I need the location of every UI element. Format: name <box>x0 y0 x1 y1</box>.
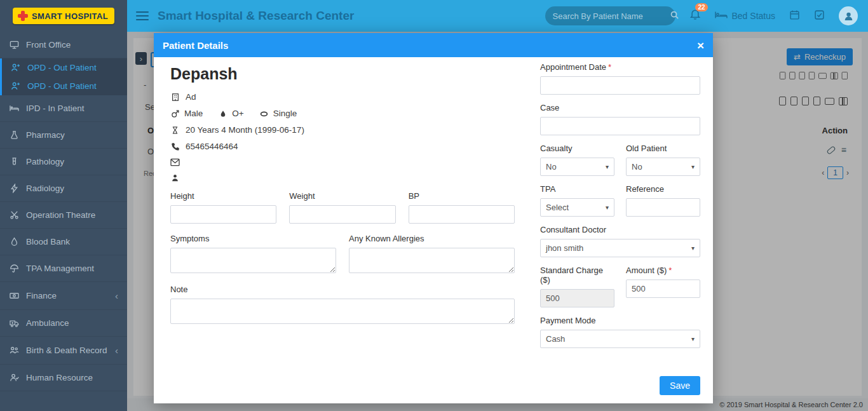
sidebar-item-ipd[interactable]: IPD - In Patient <box>0 95 127 122</box>
allergies-textarea[interactable] <box>349 248 515 273</box>
tpa-label: TPA <box>540 184 614 194</box>
tpa-icon <box>9 264 19 273</box>
modal-footer: Save <box>154 374 713 403</box>
reference-input[interactable] <box>626 198 700 217</box>
bell-icon <box>689 11 701 22</box>
sidebar-item-pharmacy[interactable]: Pharmacy <box>0 122 127 149</box>
brand-name: SMART HOSPITAL <box>32 11 108 21</box>
height-input[interactable] <box>170 205 276 224</box>
sidebar-item-operation-theatre[interactable]: Operation Theatre <box>0 202 127 229</box>
note-textarea[interactable] <box>170 299 515 324</box>
old-patient-label: Old Patient <box>626 144 700 153</box>
age-icon <box>170 126 180 135</box>
sidebar-item-label: Pharmacy <box>26 130 65 140</box>
bed-icon <box>715 10 728 22</box>
close-icon[interactable]: × <box>697 39 704 51</box>
sidebar-item-radiology[interactable]: Radiology <box>0 175 127 202</box>
patient-phone: 65465446464 <box>186 142 238 151</box>
phone-icon <box>170 142 180 151</box>
sidebar-item-label: Pathology <box>26 157 64 166</box>
required-mark: * <box>668 266 672 275</box>
sidebar-item-label: Front Office <box>26 40 71 50</box>
sidebar-item-ambulance[interactable]: Ambulance <box>0 310 127 337</box>
modal-header: Patient Details × <box>154 33 713 57</box>
opd-icon <box>10 81 20 91</box>
appointment-date-label: Appointment Date* <box>540 62 700 72</box>
ambulance-icon <box>9 318 19 328</box>
hospital-cross-icon <box>18 11 28 21</box>
marital-status-icon <box>259 109 269 118</box>
sidebar-item-label: Radiology <box>26 184 64 193</box>
birth-death-icon <box>9 346 19 355</box>
old-patient-select[interactable]: No ▾ <box>626 158 700 176</box>
patient-marital-status: Single <box>273 109 297 118</box>
payment-mode-label: Payment Mode <box>540 316 700 325</box>
chevron-down-icon: ▾ <box>691 245 695 252</box>
app-logo[interactable]: SMART HOSPITAL <box>0 0 127 32</box>
menu-toggle-icon[interactable] <box>136 9 149 23</box>
patient-age: 20 Years 4 Month (1999-06-17) <box>186 125 304 135</box>
patient-gender: Male <box>184 109 203 118</box>
notification-count-badge: 22 <box>695 3 707 11</box>
sidebar-item-label: OPD - Out Patient <box>27 81 97 91</box>
calendar-icon[interactable] <box>789 10 800 23</box>
submenu-chevron-icon: ‹ <box>115 290 118 301</box>
bp-input[interactable] <box>409 205 515 224</box>
save-button[interactable]: Save <box>660 376 700 395</box>
sidebar-item-opd-out-patient[interactable]: OPD - Out Patient <box>0 77 127 95</box>
amount-input[interactable] <box>626 280 700 298</box>
patient-name: Depansh <box>170 65 515 83</box>
user-avatar[interactable] <box>839 6 858 25</box>
consultant-doctor-select[interactable]: jhon smith ▾ <box>540 239 700 257</box>
sidebar-item-front-office[interactable]: Front Office <box>0 32 127 58</box>
ipd-icon <box>9 104 19 113</box>
tasks-icon[interactable] <box>814 10 825 23</box>
chevron-down-icon: ▾ <box>606 204 609 211</box>
case-label: Case <box>540 103 700 112</box>
symptoms-textarea[interactable] <box>170 248 336 273</box>
search-input[interactable] <box>553 11 665 21</box>
notifications-button[interactable]: 22 <box>689 9 701 23</box>
sidebar-item-label: OPD - Out Patient <box>27 63 97 72</box>
reference-label: Reference <box>626 184 700 194</box>
sidebar-item-label: Operation Theatre <box>26 210 95 220</box>
sidebar-item-tpa-management[interactable]: TPA Management <box>0 255 127 282</box>
blood-bank-icon <box>9 237 19 246</box>
front-office-icon <box>9 40 19 50</box>
pharmacy-icon <box>9 130 19 140</box>
sidebar-item-human-resource[interactable]: Human Resource <box>0 365 127 391</box>
sidebar-item-label: TPA Management <box>26 264 94 273</box>
standard-charge-input <box>540 289 614 307</box>
bp-label: BP <box>409 191 515 201</box>
sidebar-item-birth-death-record[interactable]: Birth & Death Record ‹ <box>0 337 127 365</box>
patient-search[interactable] <box>545 6 675 25</box>
case-input[interactable] <box>540 117 700 135</box>
sidebar-item-blood-bank[interactable]: Blood Bank <box>0 229 127 255</box>
chevron-down-icon: ▾ <box>691 335 695 342</box>
radiology-icon <box>9 184 19 193</box>
appointment-date-input[interactable] <box>540 76 700 95</box>
sidebar-item-pathology[interactable]: Pathology <box>0 149 127 175</box>
sidebar-item-opd-out-patient[interactable]: OPD - Out Patient <box>0 58 127 77</box>
bed-status-button[interactable]: Bed Status <box>715 10 776 22</box>
patient-details-modal: Patient Details × Depansh Ad <box>154 33 713 403</box>
patient-blood-group: O+ <box>232 109 243 118</box>
sidebar-item-label: Birth & Death Record <box>26 346 107 355</box>
height-label: Height <box>170 191 276 201</box>
modal-title: Patient Details <box>163 40 228 51</box>
sidebar-item-label: Blood Bank <box>26 237 70 246</box>
opd-icon <box>10 63 20 72</box>
note-label: Note <box>170 285 515 294</box>
sidebar-item-finance[interactable]: Finance ‹ <box>0 282 127 310</box>
finance-icon <box>9 291 19 300</box>
submenu-chevron-icon: ‹ <box>115 345 118 356</box>
bed-status-label: Bed Status <box>732 11 776 21</box>
payment-mode-select[interactable]: Cash ▾ <box>540 330 700 348</box>
weight-input[interactable] <box>289 205 395 224</box>
symptoms-label: Symptoms <box>170 234 336 243</box>
casualty-select[interactable]: No ▾ <box>540 158 614 176</box>
search-icon[interactable] <box>670 10 679 22</box>
tpa-select[interactable]: Select ▾ <box>540 198 614 217</box>
weight-label: Weight <box>289 191 395 201</box>
patient-address: Ad <box>186 92 196 102</box>
